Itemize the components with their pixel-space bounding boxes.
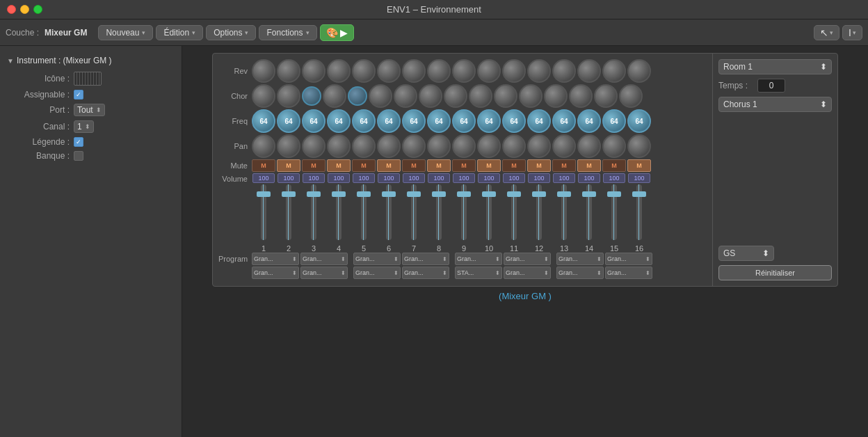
mute-button-1[interactable]: M bbox=[252, 159, 275, 172]
legende-checkbox[interactable]: ✓ bbox=[74, 137, 83, 147]
reinit-button[interactable]: Réinitialiser bbox=[718, 265, 832, 280]
maximize-button[interactable] bbox=[33, 5, 42, 14]
rev-knob-13[interactable] bbox=[552, 59, 576, 83]
nouveau-button[interactable]: Nouveau ▾ bbox=[98, 25, 153, 40]
freq-knob-6[interactable]: 64 bbox=[377, 109, 401, 133]
icon-preview[interactable] bbox=[74, 72, 102, 86]
rev-knob-15[interactable] bbox=[602, 59, 626, 83]
mute-button-6[interactable]: M bbox=[377, 159, 401, 172]
fader-track-11[interactable] bbox=[511, 184, 517, 240]
chor-knob-9[interactable] bbox=[444, 84, 467, 108]
program-select-row1-3[interactable]: Gran...⬍ bbox=[353, 253, 401, 265]
edition-button[interactable]: Édition ▾ bbox=[156, 25, 203, 40]
program-select-row1-4[interactable]: Gran...⬍ bbox=[402, 253, 449, 265]
program-select-row1-7[interactable]: Gran...⬍ bbox=[556, 253, 604, 265]
program-select-row2-3[interactable]: Gran...⬍ bbox=[353, 267, 401, 279]
freq-knob-7[interactable]: 64 bbox=[402, 109, 426, 133]
fader-track-4[interactable] bbox=[336, 184, 341, 240]
mute-button-13[interactable]: M bbox=[552, 159, 576, 172]
pan-knob-4[interactable] bbox=[327, 134, 351, 158]
mute-button-14[interactable]: M bbox=[577, 159, 601, 172]
program-select-row2-8[interactable]: Gran...⬍ bbox=[605, 267, 652, 279]
pan-knob-1[interactable] bbox=[252, 134, 275, 158]
mute-button-11[interactable]: M bbox=[502, 159, 526, 172]
mute-button-2[interactable]: M bbox=[277, 159, 300, 172]
rev-knob-8[interactable] bbox=[427, 59, 451, 83]
freq-knob-2[interactable]: 64 bbox=[277, 109, 300, 133]
chor-knob-12[interactable] bbox=[519, 84, 542, 108]
chorus-select[interactable]: Chorus 1 ⬍ bbox=[718, 97, 832, 112]
chor-knob-1[interactable] bbox=[252, 84, 275, 108]
pan-knob-7[interactable] bbox=[402, 134, 426, 158]
rev-knob-9[interactable] bbox=[452, 59, 476, 83]
freq-knob-16[interactable]: 64 bbox=[627, 109, 651, 133]
freq-knob-15[interactable]: 64 bbox=[602, 109, 626, 133]
chor-knob-11[interactable] bbox=[494, 84, 517, 108]
fader-track-8[interactable] bbox=[436, 184, 442, 240]
program-select-row2-6[interactable]: Gran...⬍ bbox=[504, 267, 551, 279]
rev-knob-5[interactable] bbox=[352, 59, 376, 83]
program-select-row1-6[interactable]: Gran...⬍ bbox=[504, 253, 551, 265]
options-button[interactable]: Options ▾ bbox=[206, 25, 256, 40]
pan-knob-16[interactable] bbox=[627, 134, 651, 158]
chor-knob-10[interactable] bbox=[469, 84, 492, 108]
fader-track-15[interactable] bbox=[611, 184, 617, 240]
fader-track-2[interactable] bbox=[286, 184, 291, 240]
pan-knob-14[interactable] bbox=[577, 134, 601, 158]
fader-track-7[interactable] bbox=[411, 184, 417, 240]
freq-knob-3[interactable]: 64 bbox=[302, 109, 326, 133]
rev-knob-16[interactable] bbox=[627, 59, 651, 83]
program-select-row2-5[interactable]: STA...⬍ bbox=[455, 267, 502, 279]
mute-button-16[interactable]: M bbox=[627, 159, 651, 172]
fonctions-button[interactable]: Fonctions ▾ bbox=[259, 25, 316, 40]
chor-knob-2[interactable] bbox=[277, 84, 300, 108]
chor-knob-6[interactable] bbox=[369, 84, 392, 108]
freq-knob-13[interactable]: 64 bbox=[552, 109, 576, 133]
pan-knob-2[interactable] bbox=[277, 134, 300, 158]
fader-track-5[interactable] bbox=[361, 184, 367, 240]
minimize-button[interactable] bbox=[20, 5, 29, 14]
mute-button-5[interactable]: M bbox=[352, 159, 376, 172]
fader-track-12[interactable] bbox=[536, 184, 542, 240]
pan-knob-5[interactable] bbox=[352, 134, 376, 158]
canal-select[interactable]: 1 ⬍ bbox=[74, 120, 94, 133]
port-select[interactable]: Tout ⬍ bbox=[74, 104, 105, 116]
fader-track-14[interactable] bbox=[586, 184, 592, 240]
rev-knob-6[interactable] bbox=[377, 59, 401, 83]
temps-value[interactable]: 0 bbox=[757, 79, 785, 93]
mute-button-9[interactable]: M bbox=[452, 159, 476, 172]
mute-button-4[interactable]: M bbox=[327, 159, 351, 172]
program-select-row2-2[interactable]: Gran...⬍ bbox=[300, 267, 348, 279]
program-select-row1-1[interactable]: Gran...⬍ bbox=[252, 253, 299, 265]
banque-checkbox[interactable] bbox=[74, 151, 83, 161]
freq-knob-10[interactable]: 64 bbox=[477, 109, 501, 133]
fader-track-13[interactable] bbox=[561, 184, 567, 240]
rev-knob-1[interactable] bbox=[252, 59, 275, 83]
freq-knob-1[interactable]: 64 bbox=[252, 109, 275, 133]
text-tool-button[interactable]: I ▾ bbox=[842, 25, 862, 40]
gs-select[interactable]: GS ⬍ bbox=[718, 246, 774, 261]
rev-knob-3[interactable] bbox=[302, 59, 326, 83]
freq-knob-11[interactable]: 64 bbox=[502, 109, 526, 133]
pan-knob-11[interactable] bbox=[502, 134, 526, 158]
chor-knob-5-active[interactable] bbox=[348, 86, 367, 106]
chor-knob-3-active[interactable] bbox=[302, 86, 321, 106]
mute-button-15[interactable]: M bbox=[602, 159, 626, 172]
mute-button-12[interactable]: M bbox=[527, 159, 551, 172]
program-select-row1-2[interactable]: Gran...⬍ bbox=[300, 253, 348, 265]
mute-button-10[interactable]: M bbox=[477, 159, 501, 172]
mute-button-7[interactable]: M bbox=[402, 159, 426, 172]
program-select-row1-8[interactable]: Gran...⬍ bbox=[605, 253, 652, 265]
chor-knob-16[interactable] bbox=[619, 84, 643, 108]
pan-knob-8[interactable] bbox=[427, 134, 451, 158]
pan-knob-9[interactable] bbox=[452, 134, 476, 158]
assignable-checkbox[interactable]: ✓ bbox=[74, 90, 83, 100]
rev-knob-11[interactable] bbox=[502, 59, 526, 83]
room-select[interactable]: Room 1 ⬍ bbox=[718, 59, 832, 74]
chor-knob-4[interactable] bbox=[323, 84, 346, 108]
chor-knob-7[interactable] bbox=[394, 84, 417, 108]
fader-track-16[interactable] bbox=[636, 184, 642, 240]
freq-knob-9[interactable]: 64 bbox=[452, 109, 476, 133]
fader-track-1[interactable] bbox=[261, 184, 266, 240]
mute-button-3[interactable]: M bbox=[302, 159, 326, 172]
